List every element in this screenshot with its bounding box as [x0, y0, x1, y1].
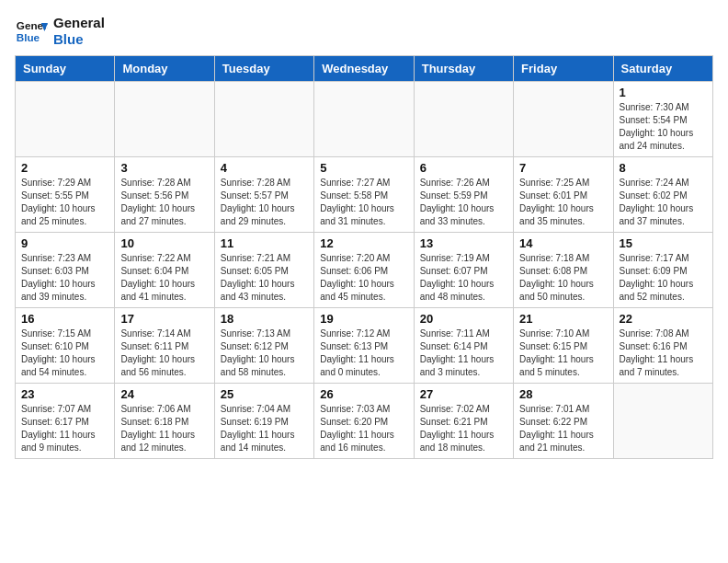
calendar-cell: 16Sunrise: 7:15 AM Sunset: 6:10 PM Dayli… — [16, 308, 115, 384]
day-number: 28 — [519, 387, 607, 401]
day-info: Sunrise: 7:02 AM Sunset: 6:21 PM Dayligh… — [420, 403, 507, 454]
day-info: Sunrise: 7:23 AM Sunset: 6:03 PM Dayligh… — [21, 252, 108, 304]
day-number: 13 — [420, 236, 507, 250]
calendar-cell: 8Sunrise: 7:24 AM Sunset: 6:02 PM Daylig… — [613, 157, 712, 233]
day-number: 3 — [120, 161, 208, 175]
page-header: General Blue General Blue — [15, 15, 713, 48]
calendar-cell: 18Sunrise: 7:13 AM Sunset: 6:12 PM Dayli… — [214, 308, 313, 384]
logo-icon: General Blue — [15, 15, 48, 48]
calendar-cell: 14Sunrise: 7:18 AM Sunset: 6:08 PM Dayli… — [514, 233, 613, 308]
day-number: 16 — [21, 312, 108, 326]
day-info: Sunrise: 7:07 AM Sunset: 6:17 PM Dayligh… — [21, 403, 108, 454]
calendar-cell: 4Sunrise: 7:28 AM Sunset: 5:57 PM Daylig… — [214, 157, 313, 233]
logo: General Blue General Blue — [15, 15, 105, 48]
calendar-cell: 22Sunrise: 7:08 AM Sunset: 6:16 PM Dayli… — [613, 308, 712, 384]
logo-general: General — [53, 15, 105, 31]
weekday-header: Tuesday — [214, 56, 313, 82]
day-info: Sunrise: 7:17 AM Sunset: 6:09 PM Dayligh… — [620, 252, 707, 304]
day-info: Sunrise: 7:11 AM Sunset: 6:14 PM Dayligh… — [420, 327, 507, 379]
calendar-cell — [414, 82, 513, 157]
calendar-cell: 21Sunrise: 7:10 AM Sunset: 6:15 PM Dayli… — [514, 308, 613, 384]
day-info: Sunrise: 7:14 AM Sunset: 6:11 PM Dayligh… — [120, 327, 208, 379]
day-info: Sunrise: 7:20 AM Sunset: 6:06 PM Dayligh… — [320, 252, 407, 304]
day-info: Sunrise: 7:28 AM Sunset: 5:57 PM Dayligh… — [221, 177, 308, 228]
day-info: Sunrise: 7:28 AM Sunset: 5:56 PM Dayligh… — [120, 177, 208, 228]
calendar-cell: 26Sunrise: 7:03 AM Sunset: 6:20 PM Dayli… — [314, 384, 414, 459]
day-number: 25 — [221, 387, 308, 401]
calendar-cell: 20Sunrise: 7:11 AM Sunset: 6:14 PM Dayli… — [414, 308, 513, 384]
calendar-cell: 28Sunrise: 7:01 AM Sunset: 6:22 PM Dayli… — [514, 384, 613, 459]
day-number: 22 — [620, 312, 707, 326]
day-number: 24 — [120, 387, 208, 401]
day-info: Sunrise: 7:25 AM Sunset: 6:01 PM Dayligh… — [519, 177, 607, 228]
day-number: 6 — [420, 161, 507, 175]
weekday-header: Friday — [514, 56, 613, 82]
calendar-cell — [514, 82, 613, 157]
svg-text:Blue: Blue — [17, 31, 40, 43]
day-info: Sunrise: 7:19 AM Sunset: 6:07 PM Dayligh… — [420, 252, 507, 304]
calendar-cell — [314, 82, 414, 157]
day-number: 12 — [320, 236, 407, 250]
day-number: 14 — [519, 236, 607, 250]
calendar-table: SundayMondayTuesdayWednesdayThursdayFrid… — [15, 55, 713, 459]
calendar-cell: 11Sunrise: 7:21 AM Sunset: 6:05 PM Dayli… — [214, 233, 313, 308]
calendar-cell: 24Sunrise: 7:06 AM Sunset: 6:18 PM Dayli… — [115, 384, 214, 459]
weekday-header: Thursday — [414, 56, 513, 82]
day-info: Sunrise: 7:04 AM Sunset: 6:19 PM Dayligh… — [221, 403, 308, 454]
calendar-cell: 7Sunrise: 7:25 AM Sunset: 6:01 PM Daylig… — [514, 157, 613, 233]
calendar-cell — [613, 384, 712, 459]
calendar-week-row: 16Sunrise: 7:15 AM Sunset: 6:10 PM Dayli… — [16, 308, 713, 384]
weekday-header: Sunday — [16, 56, 115, 82]
calendar-cell — [115, 82, 214, 157]
calendar-week-row: 9Sunrise: 7:23 AM Sunset: 6:03 PM Daylig… — [16, 233, 713, 308]
calendar-cell: 1Sunrise: 7:30 AM Sunset: 5:54 PM Daylig… — [613, 82, 712, 157]
calendar-cell: 5Sunrise: 7:27 AM Sunset: 5:58 PM Daylig… — [314, 157, 414, 233]
day-info: Sunrise: 7:22 AM Sunset: 6:04 PM Dayligh… — [120, 252, 208, 304]
weekday-header: Wednesday — [314, 56, 414, 82]
day-number: 10 — [120, 236, 208, 250]
day-number: 15 — [620, 236, 707, 250]
day-number: 18 — [221, 312, 308, 326]
day-number: 8 — [620, 161, 707, 175]
day-number: 21 — [519, 312, 607, 326]
calendar-cell: 17Sunrise: 7:14 AM Sunset: 6:11 PM Dayli… — [115, 308, 214, 384]
day-info: Sunrise: 7:24 AM Sunset: 6:02 PM Dayligh… — [620, 177, 707, 228]
calendar-cell: 12Sunrise: 7:20 AM Sunset: 6:06 PM Dayli… — [314, 233, 414, 308]
calendar-week-row: 23Sunrise: 7:07 AM Sunset: 6:17 PM Dayli… — [16, 384, 713, 459]
day-info: Sunrise: 7:27 AM Sunset: 5:58 PM Dayligh… — [320, 177, 407, 228]
calendar-cell: 10Sunrise: 7:22 AM Sunset: 6:04 PM Dayli… — [115, 233, 214, 308]
day-info: Sunrise: 7:01 AM Sunset: 6:22 PM Dayligh… — [519, 403, 607, 454]
day-info: Sunrise: 7:30 AM Sunset: 5:54 PM Dayligh… — [620, 101, 707, 153]
calendar-cell: 3Sunrise: 7:28 AM Sunset: 5:56 PM Daylig… — [115, 157, 214, 233]
day-number: 27 — [420, 387, 507, 401]
calendar-cell: 19Sunrise: 7:12 AM Sunset: 6:13 PM Dayli… — [314, 308, 414, 384]
day-number: 4 — [221, 161, 308, 175]
day-number: 1 — [620, 86, 707, 99]
day-info: Sunrise: 7:21 AM Sunset: 6:05 PM Dayligh… — [221, 252, 308, 304]
logo-blue: Blue — [53, 31, 105, 48]
calendar-cell: 13Sunrise: 7:19 AM Sunset: 6:07 PM Dayli… — [414, 233, 513, 308]
day-info: Sunrise: 7:13 AM Sunset: 6:12 PM Dayligh… — [221, 327, 308, 379]
day-info: Sunrise: 7:03 AM Sunset: 6:20 PM Dayligh… — [320, 403, 407, 454]
day-number: 26 — [320, 387, 407, 401]
day-number: 11 — [221, 236, 308, 250]
day-info: Sunrise: 7:29 AM Sunset: 5:55 PM Dayligh… — [21, 177, 108, 228]
day-number: 7 — [519, 161, 607, 175]
calendar-cell: 25Sunrise: 7:04 AM Sunset: 6:19 PM Dayli… — [214, 384, 313, 459]
calendar-cell — [214, 82, 313, 157]
weekday-header: Monday — [115, 56, 214, 82]
day-number: 20 — [420, 312, 507, 326]
day-info: Sunrise: 7:10 AM Sunset: 6:15 PM Dayligh… — [519, 327, 607, 379]
weekday-header: Saturday — [613, 56, 712, 82]
calendar-header-row: SundayMondayTuesdayWednesdayThursdayFrid… — [16, 56, 713, 82]
day-number: 9 — [21, 236, 108, 250]
calendar-week-row: 1Sunrise: 7:30 AM Sunset: 5:54 PM Daylig… — [16, 82, 713, 157]
day-info: Sunrise: 7:08 AM Sunset: 6:16 PM Dayligh… — [620, 327, 707, 379]
calendar-cell: 9Sunrise: 7:23 AM Sunset: 6:03 PM Daylig… — [16, 233, 115, 308]
calendar-cell: 27Sunrise: 7:02 AM Sunset: 6:21 PM Dayli… — [414, 384, 513, 459]
day-number: 23 — [21, 387, 108, 401]
day-info: Sunrise: 7:12 AM Sunset: 6:13 PM Dayligh… — [320, 327, 407, 379]
calendar-cell: 6Sunrise: 7:26 AM Sunset: 5:59 PM Daylig… — [414, 157, 513, 233]
calendar-cell: 2Sunrise: 7:29 AM Sunset: 5:55 PM Daylig… — [16, 157, 115, 233]
calendar-cell: 23Sunrise: 7:07 AM Sunset: 6:17 PM Dayli… — [16, 384, 115, 459]
